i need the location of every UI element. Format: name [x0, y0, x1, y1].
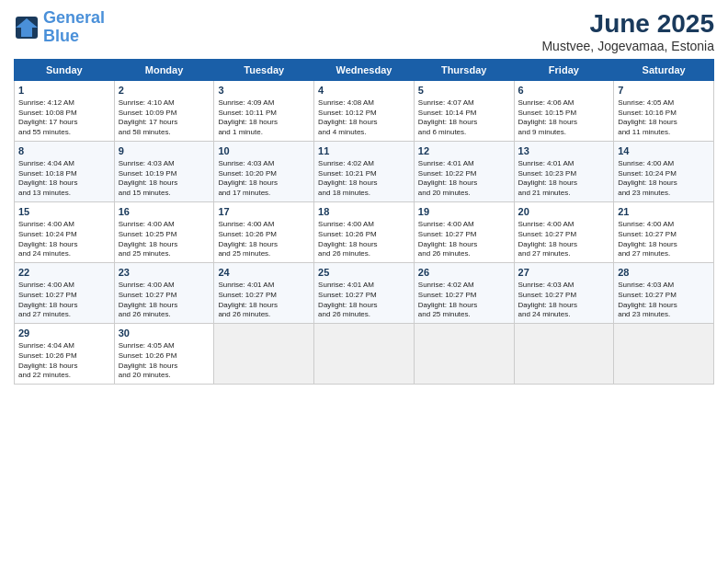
cell-info: Sunrise: 4:02 AM — [418, 281, 510, 291]
calendar-cell: 20Sunrise: 4:00 AMSunset: 10:27 PMDaylig… — [514, 202, 614, 263]
cell-info: Sunset: 10:12 PM — [318, 109, 410, 119]
cell-info: Daylight: 18 hours — [518, 240, 610, 250]
cell-info: Sunset: 10:27 PM — [618, 230, 710, 240]
day-number: 12 — [418, 144, 510, 158]
cell-info: and 55 minutes. — [18, 128, 110, 138]
cell-info: and 1 minute. — [218, 128, 310, 138]
cell-info: Sunset: 10:18 PM — [18, 169, 110, 179]
cell-info: Daylight: 18 hours — [418, 118, 510, 128]
cell-info: and 58 minutes. — [119, 128, 210, 138]
day-number: 14 — [618, 144, 710, 158]
cell-info: Daylight: 18 hours — [318, 118, 410, 128]
cell-info: and 27 minutes. — [518, 249, 610, 259]
col-friday: Friday — [514, 60, 614, 81]
cell-info: and 4 minutes. — [318, 128, 410, 138]
cell-info: Sunset: 10:27 PM — [119, 291, 210, 301]
cell-info: Sunset: 10:21 PM — [318, 169, 410, 179]
logo-line1: General — [43, 8, 105, 27]
cell-info: Sunset: 10:23 PM — [518, 169, 610, 179]
calendar-cell: 1Sunrise: 4:12 AMSunset: 10:08 PMDayligh… — [15, 81, 115, 142]
cell-info: and 22 minutes. — [18, 371, 110, 381]
cell-info: Sunrise: 4:02 AM — [318, 159, 410, 169]
cell-info: and 18 minutes. — [318, 189, 410, 199]
title-block: June 2025 Mustvee, Jogevamaa, Estonia — [541, 9, 714, 53]
cell-info: Sunset: 10:11 PM — [218, 109, 310, 119]
cell-info: and 13 minutes. — [18, 189, 110, 199]
cell-info: Sunset: 10:16 PM — [618, 109, 710, 119]
cell-info: and 15 minutes. — [119, 189, 210, 199]
cell-info: Daylight: 18 hours — [218, 118, 310, 128]
calendar-cell: 13Sunrise: 4:01 AMSunset: 10:23 PMDaylig… — [514, 142, 614, 202]
cell-info: and 27 minutes. — [618, 249, 710, 259]
cell-info: Daylight: 18 hours — [119, 178, 210, 189]
calendar-cell — [614, 324, 714, 385]
day-number: 26 — [418, 266, 510, 280]
day-number: 29 — [18, 327, 110, 340]
day-number: 10 — [218, 144, 310, 158]
cell-info: and 20 minutes. — [418, 189, 510, 199]
cell-info: Sunrise: 4:00 AM — [318, 220, 410, 230]
cell-info: Sunrise: 4:00 AM — [618, 220, 710, 230]
day-number: 23 — [119, 266, 210, 280]
cell-info: Sunset: 10:27 PM — [418, 230, 510, 240]
day-number: 24 — [218, 266, 310, 280]
calendar-cell: 19Sunrise: 4:00 AMSunset: 10:27 PMDaylig… — [414, 202, 514, 263]
calendar-cell: 3Sunrise: 4:09 AMSunset: 10:11 PMDayligh… — [214, 81, 314, 142]
cell-info: Sunset: 10:27 PM — [418, 291, 510, 301]
cell-info: and 17 minutes. — [218, 189, 310, 199]
calendar-cell: 27Sunrise: 4:03 AMSunset: 10:27 PMDaylig… — [514, 263, 614, 324]
day-number: 13 — [518, 144, 610, 158]
cell-info: Sunrise: 4:00 AM — [18, 220, 110, 230]
day-number: 22 — [18, 266, 110, 280]
cell-info: Sunrise: 4:00 AM — [119, 281, 210, 291]
calendar-cell: 29Sunrise: 4:04 AMSunset: 10:26 PMDaylig… — [15, 324, 115, 385]
calendar-header-row: Sunday Monday Tuesday Wednesday Thursday… — [15, 60, 714, 81]
cell-info: and 26 minutes. — [318, 249, 410, 259]
day-number: 9 — [119, 144, 210, 158]
day-number: 5 — [418, 84, 510, 98]
calendar-cell: 30Sunrise: 4:05 AMSunset: 10:26 PMDaylig… — [114, 324, 214, 385]
cell-info: Sunrise: 4:01 AM — [518, 159, 610, 169]
cell-info: Sunrise: 4:04 AM — [18, 159, 110, 169]
day-number: 6 — [518, 84, 610, 98]
cell-info: Sunset: 10:27 PM — [618, 291, 710, 301]
calendar-cell: 15Sunrise: 4:00 AMSunset: 10:24 PMDaylig… — [15, 202, 115, 263]
cell-info: Sunrise: 4:00 AM — [418, 220, 510, 230]
col-wednesday: Wednesday — [314, 60, 415, 81]
cell-info: Sunrise: 4:08 AM — [318, 98, 410, 109]
calendar-cell: 7Sunrise: 4:05 AMSunset: 10:16 PMDayligh… — [614, 81, 714, 142]
cell-info: Daylight: 18 hours — [518, 118, 610, 128]
calendar-cell — [214, 324, 314, 385]
calendar-cell: 5Sunrise: 4:07 AMSunset: 10:14 PMDayligh… — [414, 81, 514, 142]
cell-info: and 26 minutes. — [318, 310, 410, 320]
calendar-subtitle: Mustvee, Jogevamaa, Estonia — [541, 39, 714, 53]
cell-info: Sunrise: 4:04 AM — [18, 341, 110, 351]
calendar-cell: 24Sunrise: 4:01 AMSunset: 10:27 PMDaylig… — [214, 263, 314, 324]
cell-info: and 24 minutes. — [518, 310, 610, 320]
calendar-row: 8Sunrise: 4:04 AMSunset: 10:18 PMDayligh… — [15, 142, 714, 202]
cell-info: and 20 minutes. — [119, 371, 210, 381]
calendar-cell: 23Sunrise: 4:00 AMSunset: 10:27 PMDaylig… — [114, 263, 214, 324]
cell-info: Sunset: 10:22 PM — [418, 169, 510, 179]
cell-info: Sunset: 10:20 PM — [218, 169, 310, 179]
day-number: 25 — [318, 266, 410, 280]
calendar-cell: 2Sunrise: 4:10 AMSunset: 10:09 PMDayligh… — [114, 81, 214, 142]
cell-info: Daylight: 18 hours — [418, 240, 510, 250]
calendar-cell — [314, 324, 415, 385]
cell-info: and 25 minutes. — [418, 310, 510, 320]
day-number: 18 — [318, 205, 410, 219]
calendar-cell: 26Sunrise: 4:02 AMSunset: 10:27 PMDaylig… — [414, 263, 514, 324]
cell-info: Daylight: 18 hours — [318, 301, 410, 311]
cell-info: and 21 minutes. — [518, 189, 610, 199]
cell-info: Daylight: 17 hours — [18, 118, 110, 128]
day-number: 4 — [318, 84, 410, 98]
col-thursday: Thursday — [414, 60, 514, 81]
calendar-cell: 11Sunrise: 4:02 AMSunset: 10:21 PMDaylig… — [314, 142, 415, 202]
calendar-table: Sunday Monday Tuesday Wednesday Thursday… — [14, 59, 714, 385]
day-number: 15 — [18, 205, 110, 219]
calendar-row: 1Sunrise: 4:12 AMSunset: 10:08 PMDayligh… — [15, 81, 714, 142]
col-saturday: Saturday — [614, 60, 714, 81]
calendar-cell: 21Sunrise: 4:00 AMSunset: 10:27 PMDaylig… — [614, 202, 714, 263]
day-number: 3 — [218, 84, 310, 98]
day-number: 19 — [418, 205, 510, 219]
